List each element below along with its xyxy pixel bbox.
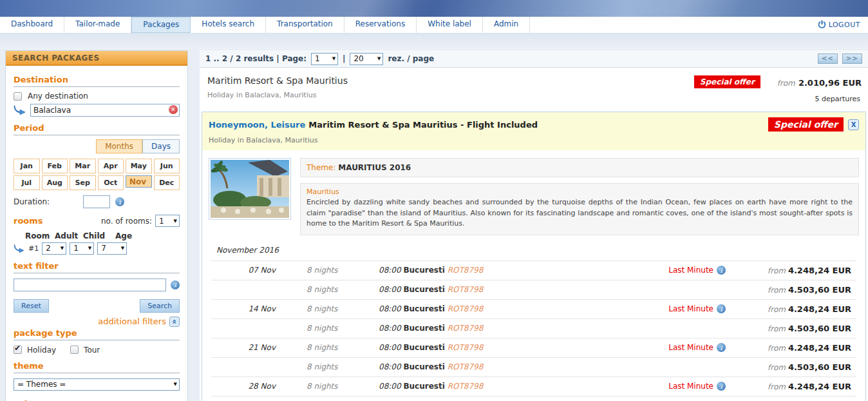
nav-tab-white-label[interactable]: White label (417, 17, 483, 33)
collapse-filters-icon[interactable]: « (169, 317, 180, 327)
detail-subtitle: Holiday in Balaclava, Mauritius (209, 136, 859, 144)
close-icon[interactable]: X (848, 119, 859, 130)
dropdown-arrow-icon: ▼ (121, 246, 124, 251)
package-price: 2.010,96 EUR (798, 78, 862, 88)
additional-filters-link[interactable]: additional filters « (14, 317, 180, 327)
departure-nights: 8 nights (307, 304, 352, 313)
age-select[interactable]: 7▼ (97, 242, 127, 255)
special-offer-badge: Special offer (694, 75, 760, 88)
departure-row[interactable]: 8 nights 08:00 Bucuresti ROT8798 from 4.… (211, 318, 856, 338)
nav-tab-packages[interactable]: Packages (131, 17, 191, 33)
child-select[interactable]: 1▼ (70, 242, 94, 255)
destination-description: Encircled by dazzling white sandy beache… (307, 197, 853, 230)
pagination-separator: | (343, 54, 345, 63)
prev-page-button[interactable]: << (818, 54, 838, 64)
nav-tab-transportation[interactable]: Transportation (266, 17, 344, 33)
package-result-row[interactable]: Maritim Resort & Spa Mauritius Holiday i… (200, 68, 868, 108)
no-of-rooms-select[interactable]: 1 ▼ (155, 215, 180, 227)
nav-tab-dashboard[interactable]: Dashboard (0, 17, 64, 33)
month-button-jun[interactable]: Jun (154, 159, 180, 173)
month-button-oct[interactable]: Oct (98, 175, 124, 190)
departure-flight-info: 08:00 Bucuresti ROT8798 (379, 266, 642, 275)
departure-row[interactable]: 8 nights 08:00 Bucuresti ROT8798 from 4.… (211, 357, 856, 377)
month-button-mar[interactable]: Mar (70, 159, 96, 173)
destination-heading: Destination (14, 75, 180, 87)
departure-row[interactable]: 21 Nov 8 nights 08:00 Bucuresti ROT8798 … (211, 338, 856, 357)
next-page-button[interactable]: >> (842, 54, 862, 64)
power-icon (817, 20, 827, 30)
month-button-apr[interactable]: Apr (98, 159, 124, 173)
departure-price: from 4.503,60 EUR (744, 362, 856, 372)
nav-tab-reservations[interactable]: Reservations (344, 17, 417, 33)
departure-flight-info: 08:00 Bucuresti ROT8798 (379, 382, 642, 391)
last-minute-tag: Last Minute i (642, 304, 726, 313)
package-type-heading: package type (14, 328, 180, 340)
month-button-sep[interactable]: Sep (70, 175, 96, 190)
period-tab-days[interactable]: Days (142, 139, 180, 153)
room-number-label: #1 (28, 244, 39, 253)
departure-nights: 8 nights (307, 285, 352, 294)
sidebar-title: SEARCH PACKAGES (6, 51, 187, 66)
rooms-heading: rooms (14, 216, 43, 228)
info-icon[interactable]: i (717, 266, 726, 275)
theme-heading: theme (14, 361, 180, 373)
month-button-may[interactable]: May (126, 159, 152, 173)
departure-flight-info: 08:00 Bucuresti ROT8798 (379, 285, 642, 294)
departure-row[interactable]: 8 nights 08:00 Bucuresti ROT8798 from 4.… (211, 396, 856, 401)
text-filter-input[interactable] (14, 279, 166, 291)
room-row: #1 2▼ 1▼ 7▼ (14, 242, 180, 255)
departure-row[interactable]: 07 Nov 8 nights 08:00 Bucuresti ROT8798 … (211, 260, 856, 280)
theme-select[interactable]: = Themes = ▼ (14, 378, 180, 391)
nav-tab-admin[interactable]: Admin (483, 17, 530, 33)
month-grid: Jan Feb Mar Apr May Jun Jul Aug Sep Oct … (14, 159, 180, 190)
any-destination-checkbox[interactable] (14, 92, 22, 101)
search-button[interactable]: Search (140, 299, 180, 313)
info-icon[interactable]: i (717, 382, 726, 391)
page-select[interactable]: 1▼ (311, 53, 338, 65)
departure-price: from 4.248,24 EUR (744, 266, 856, 275)
departure-row[interactable]: 14 Nov 8 nights 08:00 Bucuresti ROT8798 … (211, 299, 856, 318)
duration-input[interactable] (83, 195, 110, 208)
tour-checkbox[interactable] (70, 346, 79, 354)
clear-destination-icon[interactable]: ✕ (169, 105, 178, 114)
departure-price: from 4.248,24 EUR (744, 343, 856, 353)
package-title[interactable]: Maritim Resort & Spa Mauritius (207, 75, 348, 86)
month-button-dec[interactable]: Dec (154, 175, 180, 190)
tour-label: Tour (84, 346, 100, 355)
nav-tab-tailor-made[interactable]: Tailor-made (64, 17, 131, 33)
adult-col-header: Adult (55, 231, 83, 240)
month-button-aug[interactable]: Aug (42, 175, 68, 190)
last-minute-tag: Last Minute i (642, 266, 726, 275)
top-banner (0, 0, 868, 17)
departure-nights: 8 nights (307, 324, 352, 333)
departure-flight-info: 08:00 Bucuresti ROT8798 (379, 324, 642, 333)
child-col-header: Child (83, 231, 110, 240)
departure-nights: 8 nights (307, 266, 352, 275)
adult-select[interactable]: 2▼ (42, 242, 66, 255)
departure-nights: 8 nights (307, 343, 352, 352)
dropdown-arrow-icon: ▼ (174, 219, 177, 224)
per-page-select[interactable]: 20▼ (350, 53, 383, 65)
period-tab-months[interactable]: Months (96, 139, 142, 153)
month-button-feb[interactable]: Feb (42, 159, 68, 173)
nav-tab-hotels-search[interactable]: Hotels search (191, 17, 266, 33)
info-icon[interactable]: i (717, 343, 726, 352)
info-icon[interactable]: i (171, 280, 180, 289)
per-page-label: rez. / page (388, 54, 434, 63)
departure-price: from 4.248,24 EUR (744, 382, 856, 391)
departure-nights: 8 nights (307, 382, 352, 391)
logout-button[interactable]: LOGOUT (817, 17, 868, 33)
info-icon[interactable]: i (717, 304, 726, 313)
month-button-nov[interactable]: Nov (126, 175, 152, 188)
holiday-checkbox[interactable]: ✔ (14, 346, 22, 354)
departure-nights: 8 nights (307, 362, 352, 371)
info-icon[interactable]: i (115, 197, 124, 206)
departure-row[interactable]: 8 nights 08:00 Bucuresti ROT8798 from 4.… (211, 280, 856, 299)
month-button-jan[interactable]: Jan (14, 159, 40, 173)
departure-row[interactable]: 28 Nov 8 nights 08:00 Bucuresti ROT8798 … (211, 377, 856, 396)
destination-input[interactable] (30, 104, 180, 117)
month-button-jul[interactable]: Jul (14, 175, 40, 190)
arrow-icon (14, 105, 26, 115)
results-area: 1 .. 2 / 2 results | Page: 1▼ | 20▼ rez.… (200, 50, 868, 401)
reset-button[interactable]: Reset (14, 299, 49, 313)
